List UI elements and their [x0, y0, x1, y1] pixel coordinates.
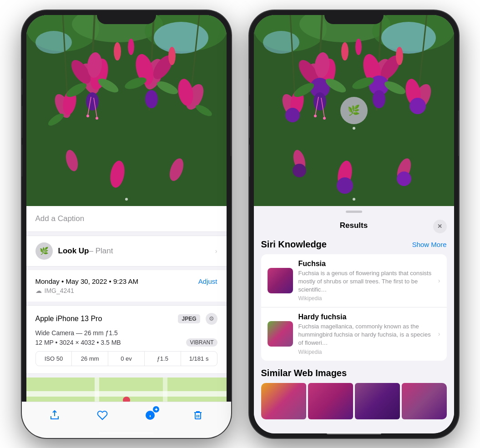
- svg-point-63: [263, 31, 299, 54]
- fuchsia-name: Fuchsia: [298, 260, 433, 268]
- exif-shutter: 1/181 s: [181, 352, 217, 366]
- svg-point-29: [168, 47, 176, 65]
- hardy-name: Hardy fuchsia: [298, 313, 433, 321]
- svg-point-33: [96, 117, 98, 120]
- exif-focal: 26 mm: [72, 352, 108, 366]
- delete-button[interactable]: [190, 407, 206, 423]
- mute-button[interactable]: [22, 79, 22, 95]
- svg-point-95: [337, 177, 353, 194]
- adjust-button[interactable]: Adjust: [198, 277, 217, 285]
- web-images-grid[interactable]: [261, 383, 447, 419]
- device-name: Apple iPhone 13 Pro: [35, 315, 102, 323]
- cloud-icon: ☁: [35, 287, 42, 294]
- svg-point-73: [313, 92, 326, 111]
- camera-info: Wide Camera — 26 mm ƒ1.5: [35, 329, 217, 337]
- svg-point-20: [145, 90, 158, 108]
- mute-button-right[interactable]: [249, 79, 250, 95]
- svg-point-5: [35, 31, 72, 54]
- power-button-right[interactable]: [458, 111, 459, 156]
- info-badge: ✦: [153, 406, 159, 413]
- lookup-icon: 🌿: [35, 242, 53, 260]
- svg-point-86: [355, 39, 362, 55]
- photo-date: Monday • May 30, 2022 • 9:23 AM: [35, 277, 138, 285]
- svg-point-62: [381, 22, 436, 54]
- photo-area-left[interactable]: [26, 15, 227, 206]
- info-area[interactable]: Add a Caption 🌿 Look Up– Plant › Monday …: [26, 206, 227, 433]
- file-info: 12 MP • 3024 × 4032 • 3.5 MB: [35, 339, 121, 346]
- svg-point-84: [409, 98, 426, 114]
- lookup-label: Look Up– Plant: [58, 247, 113, 256]
- notch: [97, 10, 156, 24]
- filename: IMG_4241: [45, 287, 74, 294]
- fuchsia-source: Wikipedia: [298, 295, 433, 302]
- svg-point-15: [86, 92, 99, 111]
- lookup-row[interactable]: 🌿 Look Up– Plant ›: [26, 236, 227, 267]
- gear-icon[interactable]: ⚙: [206, 313, 217, 325]
- lookup-chevron-icon: ›: [215, 247, 217, 255]
- file-info-row: 12 MP • 3024 × 4032 • 3.5 MB VIBRANT: [35, 338, 217, 347]
- svg-point-87: [396, 47, 403, 65]
- home-indicator-right: [327, 432, 381, 434]
- web-image-4[interactable]: [402, 383, 447, 419]
- info-button[interactable]: ✦: [142, 407, 158, 423]
- fuchsia-description: Fuchsia is a genus of flowering plants t…: [298, 269, 433, 294]
- results-header: Results ✕: [254, 217, 454, 236]
- fuchsia-chevron-icon: ›: [438, 277, 440, 284]
- volume-down-button[interactable]: [22, 145, 22, 176]
- svg-point-91: [323, 117, 326, 120]
- results-title: Results: [340, 221, 368, 230]
- hardy-description: Fuchsia magellanica, commonly known as t…: [298, 322, 433, 347]
- svg-point-93: [293, 164, 306, 177]
- caption-row[interactable]: Add a Caption: [26, 206, 227, 232]
- device-header: Apple iPhone 13 Pro JPEG ⚙: [35, 313, 217, 325]
- volume-down-button-right[interactable]: [249, 145, 250, 176]
- svg-rect-47: [26, 391, 227, 397]
- meta-section: Monday • May 30, 2022 • 9:23 AM Adjust ☁…: [26, 270, 227, 302]
- power-button[interactable]: [231, 111, 231, 156]
- favorite-button[interactable]: [94, 407, 111, 423]
- share-button[interactable]: [46, 407, 63, 423]
- exif-ev: 0 ev: [108, 352, 145, 366]
- exif-aperture: ƒ1.5: [145, 352, 181, 366]
- siri-knowledge-title: Siri Knowledge: [261, 239, 327, 250]
- svg-rect-55: [195, 413, 201, 419]
- hardy-info: Hardy fuchsia Fuchsia magellanica, commo…: [298, 313, 433, 355]
- leaf-icon: 🌿: [348, 105, 360, 116]
- web-images-section: Similar Web Images: [254, 368, 454, 419]
- web-image-1[interactable]: [261, 383, 306, 419]
- knowledge-item-fuchsia[interactable]: Fuchsia Fuchsia is a genus of flowering …: [261, 254, 447, 308]
- web-images-title: Similar Web Images: [261, 368, 447, 378]
- knowledge-item-hardy[interactable]: Hardy fuchsia Fuchsia magellanica, commo…: [261, 307, 447, 361]
- svg-point-97: [397, 171, 411, 186]
- hardy-source: Wikipedia: [298, 349, 433, 355]
- exif-iso: ISO 50: [36, 352, 72, 366]
- svg-point-4: [154, 22, 208, 54]
- left-screen: Add a Caption 🌿 Look Up– Plant › Monday …: [26, 15, 227, 433]
- photo-dot-right: [353, 198, 355, 201]
- visual-lookup-button[interactable]: 🌿: [340, 97, 368, 124]
- results-sheet: Results ✕ Siri Knowledge Show More Fuch: [254, 206, 454, 433]
- knowledge-card: Fuchsia Fuchsia is a genus of flowering …: [261, 254, 447, 361]
- photo-area-right: 🌿: [254, 15, 454, 206]
- right-screen: 🌿 Results ✕ Siri Knowledge Show More: [254, 15, 454, 433]
- device-section: Apple iPhone 13 Pro JPEG ⚙ Wide Camera —…: [26, 305, 227, 374]
- notch-right: [324, 10, 384, 24]
- meta-date-row: Monday • May 30, 2022 • 9:23 AM Adjust: [35, 277, 217, 285]
- svg-point-32: [86, 115, 89, 117]
- sheet-handle[interactable]: [346, 211, 362, 213]
- show-more-button[interactable]: Show More: [412, 241, 447, 248]
- exif-row: ISO 50 26 mm 0 ev ƒ1.5 1/181 s: [35, 351, 217, 366]
- web-image-3[interactable]: [355, 383, 400, 419]
- cloud-row: ☁ IMG_4241: [35, 287, 217, 294]
- volume-up-button-right[interactable]: [249, 106, 250, 138]
- web-image-2[interactable]: [308, 383, 353, 419]
- svg-point-28: [128, 39, 134, 55]
- volume-up-button[interactable]: [22, 106, 22, 138]
- hardy-thumbnail: [268, 321, 293, 347]
- svg-point-27: [114, 42, 121, 60]
- siri-knowledge-header: Siri Knowledge Show More: [261, 236, 447, 254]
- fuchsia-thumbnail: [268, 268, 293, 293]
- close-button[interactable]: ✕: [433, 220, 447, 233]
- jpeg-badge: JPEG: [178, 314, 200, 323]
- right-phone: 🌿 Results ✕ Siri Knowledge Show More: [249, 10, 459, 438]
